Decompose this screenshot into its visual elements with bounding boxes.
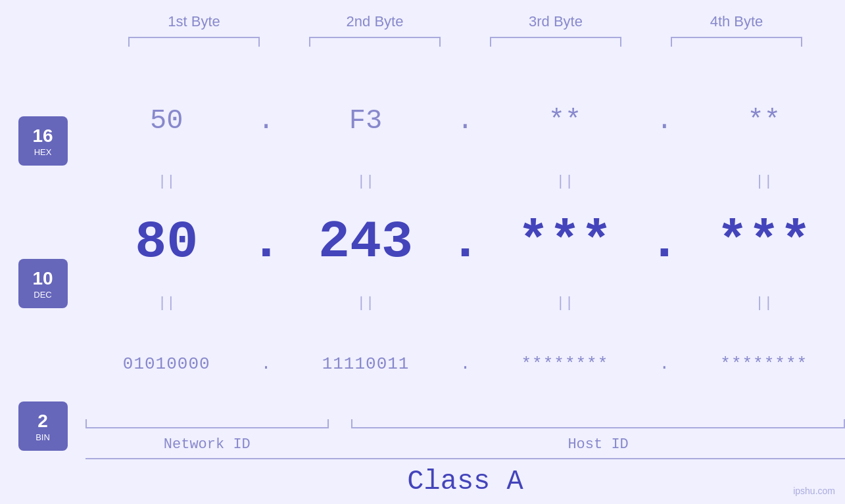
hex-byte1: 50 — [94, 105, 239, 137]
bin-byte1: 01010000 — [94, 354, 239, 374]
hex-byte3: ** — [493, 105, 637, 137]
bottom-brackets-container — [85, 419, 845, 432]
hex-byte4: ** — [692, 105, 836, 137]
eq1-b3: || — [493, 173, 637, 190]
host-id-label: Host ID — [351, 436, 845, 453]
watermark: ipshu.com — [793, 486, 835, 496]
network-bracket — [85, 419, 329, 428]
byte1-header: 1st Byte — [122, 13, 266, 30]
class-bracket-line — [85, 458, 845, 459]
dec-dot3: . — [654, 212, 674, 272]
main-grid: 16 HEX 10 DEC 2 BIN 50 . F3 . ** . ** — [0, 57, 845, 504]
eq1-b4: || — [692, 173, 836, 190]
hex-dot3: . — [654, 105, 674, 137]
host-bracket — [351, 419, 845, 428]
top-brackets — [104, 37, 827, 47]
dec-values-row: 80 . 243 . *** . *** — [85, 191, 845, 293]
class-row: Class A — [85, 466, 845, 504]
bin-byte2: 11110011 — [293, 354, 438, 374]
hex-byte2: F3 — [293, 105, 438, 137]
eq2-b1: || — [94, 295, 239, 311]
hex-badge: 16 HEX — [18, 116, 68, 166]
eq1-b2: || — [293, 173, 438, 190]
byte2-header: 2nd Byte — [302, 13, 447, 30]
hex-dot2: . — [455, 105, 475, 137]
byte-headers-row: 1st Byte 2nd Byte 3rd Byte 4th Byte — [104, 13, 827, 30]
hex-values-row: 50 . F3 . ** . ** — [85, 70, 845, 172]
bin-dot2: . — [455, 354, 475, 374]
bin-values-row: 01010000 . 11110011 . ******** . *******… — [85, 313, 845, 415]
class-label: Class A — [407, 466, 523, 497]
equals-row-1: || || || || — [85, 172, 845, 191]
eq1-b1: || — [94, 173, 239, 190]
network-id-label: Network ID — [85, 436, 329, 453]
dec-dot1: . — [256, 212, 276, 272]
bin-dot3: . — [654, 354, 674, 374]
bin-byte4: ******** — [692, 354, 836, 374]
id-labels-row: Network ID Host ID — [85, 436, 845, 453]
byte4-header: 4th Byte — [664, 13, 809, 30]
dec-byte2: 243 — [293, 212, 438, 272]
equals-row-2: || || || || — [85, 294, 845, 313]
byte3-header: 3rd Byte — [483, 13, 628, 30]
bin-dot1: . — [256, 354, 276, 374]
bin-badge: 2 BIN — [18, 401, 68, 451]
dec-badge: 10 DEC — [18, 259, 68, 308]
eq2-b4: || — [692, 295, 836, 311]
bin-byte3: ******** — [493, 354, 637, 374]
dec-byte4: *** — [692, 212, 836, 272]
hex-dot1: . — [256, 105, 276, 137]
bracket-2 — [309, 37, 441, 47]
dec-byte3: *** — [493, 212, 637, 272]
values-area: 50 . F3 . ** . ** || || || || 80 — [85, 57, 845, 504]
dec-byte1: 80 — [94, 212, 239, 272]
bracket-1 — [128, 37, 260, 47]
eq2-b3: || — [493, 295, 637, 311]
base-badges-col: 16 HEX 10 DEC 2 BIN — [0, 57, 85, 504]
bracket-3 — [490, 37, 621, 47]
main-container: 1st Byte 2nd Byte 3rd Byte 4th Byte 16 H… — [0, 0, 845, 504]
dec-dot2: . — [455, 212, 475, 272]
bracket-4 — [671, 37, 802, 47]
eq2-b2: || — [293, 295, 438, 311]
